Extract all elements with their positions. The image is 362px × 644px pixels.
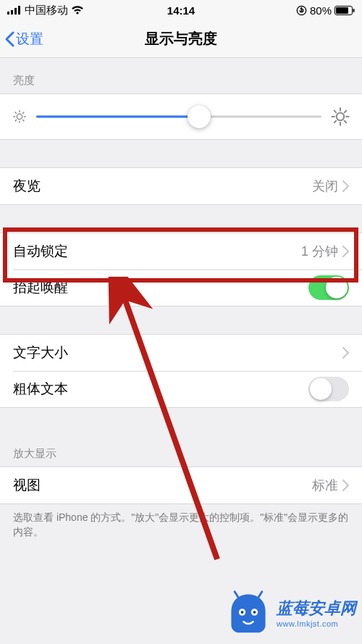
cell-bold-text: 粗体文本 (0, 371, 362, 407)
brightness-row (0, 93, 362, 140)
svg-line-25 (334, 121, 336, 122)
group-text: 文字大小 粗体文本 (0, 334, 362, 408)
svg-point-30 (241, 611, 244, 614)
status-left: 中国移动 (7, 4, 84, 17)
night-shift-value: 关闭 (312, 177, 338, 195)
brightness-high-icon (330, 106, 350, 127)
cell-text-size[interactable]: 文字大小 (0, 335, 362, 371)
svg-rect-2 (14, 8, 17, 14)
svg-point-18 (337, 113, 345, 121)
battery-icon (334, 6, 355, 15)
bold-text-label: 粗体文本 (13, 380, 308, 398)
section-header-brightness: 亮度 (0, 58, 362, 93)
svg-rect-3 (18, 6, 20, 14)
carrier-label: 中国移动 (25, 4, 68, 17)
slider-fill (36, 116, 199, 118)
watermark-url: www.lmkjst.com (277, 619, 356, 628)
view-label: 视图 (13, 476, 312, 495)
svg-rect-1 (11, 10, 13, 14)
view-value: 标准 (312, 477, 338, 494)
svg-line-33 (258, 592, 262, 598)
status-bar: 中国移动 14:14 80% (0, 0, 362, 20)
chevron-right-icon (342, 347, 349, 359)
svg-rect-7 (336, 7, 348, 14)
back-label: 设置 (16, 30, 43, 49)
cell-view[interactable]: 视图 标准 (0, 467, 362, 503)
page-title: 显示与亮度 (145, 29, 217, 49)
wifi-icon (71, 6, 84, 15)
svg-line-23 (334, 111, 336, 112)
svg-line-15 (23, 120, 24, 121)
text-size-label: 文字大小 (13, 343, 342, 362)
watermark-text: 蓝莓安卓网 www.lmkjst.com (277, 598, 356, 628)
cell-auto-lock[interactable]: 自动锁定 1 分钟 (0, 233, 362, 269)
chevron-right-icon (342, 246, 349, 257)
svg-line-14 (15, 112, 16, 113)
group-night-shift: 夜览 关闭 (0, 167, 362, 205)
svg-point-31 (253, 611, 256, 614)
cell-raise-to-wake: 抬起唤醒 (0, 269, 362, 306)
svg-rect-8 (353, 9, 355, 12)
svg-line-17 (23, 112, 24, 113)
bold-text-switch[interactable] (308, 377, 349, 401)
chevron-right-icon (342, 180, 349, 192)
status-right: 80% (296, 4, 355, 17)
section-header-zoom: 放大显示 (0, 431, 362, 467)
svg-rect-5 (300, 10, 302, 12)
auto-lock-label: 自动锁定 (13, 242, 301, 261)
orientation-lock-icon (296, 5, 307, 16)
svg-rect-0 (7, 12, 9, 14)
auto-lock-value: 1 分钟 (301, 243, 338, 260)
switch-thumb (310, 378, 332, 400)
battery-percent: 80% (310, 4, 332, 17)
cell-night-shift[interactable]: 夜览 关闭 (0, 168, 362, 204)
svg-line-24 (345, 121, 346, 122)
switch-thumb (326, 277, 348, 298)
brightness-slider[interactable] (36, 104, 321, 129)
svg-line-16 (15, 120, 16, 121)
watermark: 蓝莓安卓网 www.lmkjst.com (224, 589, 356, 637)
svg-line-26 (345, 111, 346, 112)
group-lock-wake: 自动锁定 1 分钟 抬起唤醒 (0, 233, 362, 306)
mascot-icon (224, 589, 272, 637)
raise-to-wake-switch[interactable] (308, 275, 349, 300)
svg-line-32 (235, 592, 238, 598)
svg-point-9 (17, 114, 22, 119)
chevron-right-icon (342, 480, 349, 491)
raise-to-wake-label: 抬起唤醒 (13, 278, 308, 297)
watermark-title: 蓝莓安卓网 (277, 599, 356, 617)
back-button[interactable]: 设置 (0, 30, 43, 49)
zoom-footer-text: 选取查看 iPhone 的方式。"放大"会显示更大的控制项。"标准"会显示更多的… (0, 504, 362, 540)
night-shift-label: 夜览 (13, 177, 312, 196)
chevron-left-icon (4, 31, 14, 47)
clock: 14:14 (167, 4, 195, 17)
nav-bar: 设置 显示与亮度 (0, 20, 362, 58)
signal-icon (7, 6, 22, 14)
slider-thumb[interactable] (188, 105, 211, 128)
group-zoom: 视图 标准 (0, 467, 362, 504)
brightness-low-icon (12, 109, 28, 125)
